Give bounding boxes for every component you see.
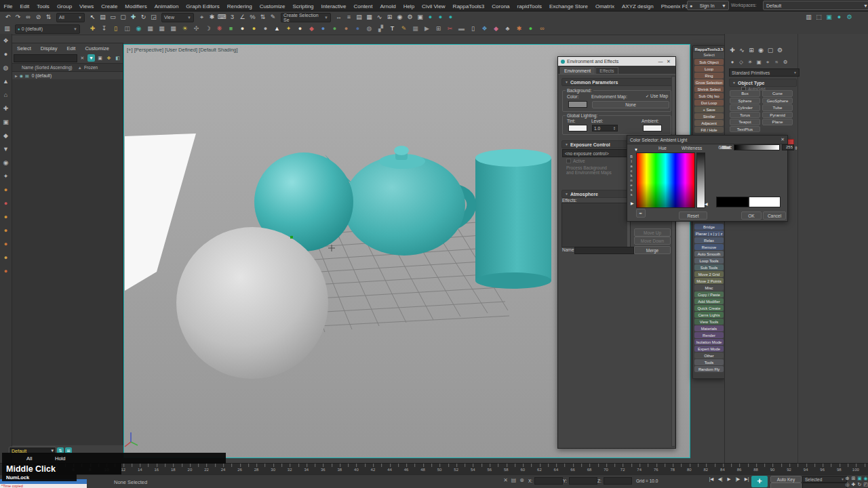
play-icon[interactable]: ▶ [725, 476, 733, 482]
frame-icon[interactable]: ▣ [0, 115, 12, 129]
explorer-list-body[interactable] [12, 79, 123, 445]
add-icon[interactable]: ✚ [0, 102, 12, 115]
dialog-title-bar[interactable]: Environment and Effects — ✕ [558, 57, 675, 66]
blue-gem-icon[interactable]: ❖ [480, 23, 489, 35]
exposure-active-checkbox[interactable]: Active [566, 159, 585, 163]
link-chain-icon[interactable]: ∞ [538, 23, 547, 35]
scissors-icon[interactable]: ✂ [446, 23, 454, 35]
cameras-category-icon[interactable]: ▣ [755, 58, 763, 66]
pink-gem-icon[interactable]: ◆ [492, 23, 500, 35]
red-ball-icon[interactable]: ● [0, 197, 12, 210]
isolate-selection-icon[interactable]: ✕ [502, 477, 509, 483]
add-selection-icon[interactable]: ✚ [105, 54, 113, 62]
systems-category-icon[interactable]: ⚙ [781, 58, 789, 66]
orange-ball-4-icon[interactable]: ● [0, 237, 12, 251]
whiteness-strip[interactable] [696, 152, 705, 208]
menu-item[interactable]: Group [53, 3, 75, 9]
orange-ball-1-icon[interactable]: ● [0, 183, 12, 197]
rappatools-button[interactable]: Misc [694, 285, 724, 291]
rappatools-button[interactable]: Ring [694, 73, 724, 79]
spark-icon[interactable]: ✦ [0, 169, 12, 183]
rappatools-button[interactable]: Adjacent [694, 120, 724, 126]
render-a-icon[interactable]: ▣ [824, 12, 834, 23]
rappatools-button[interactable]: Isolation Mode [694, 339, 724, 345]
menu-item[interactable]: AXYZ design [618, 3, 657, 9]
edit-named-sets-icon[interactable]: ✎ [268, 12, 278, 23]
previous-frame-icon[interactable]: ◀| [716, 476, 724, 482]
name-column-header[interactable]: Name (Sorted Ascending) [22, 65, 72, 70]
selection-filter-dropdown[interactable]: All▼ [56, 13, 85, 22]
channel-value[interactable]: 255 [782, 144, 794, 150]
green-sphere-icon[interactable]: ● [330, 23, 339, 35]
window-crossing-icon[interactable]: ▢ [118, 12, 128, 23]
rappatools-button[interactable]: Quick Create [694, 305, 724, 311]
explorer-layer-row[interactable]: ▶ ◉ ▤ 0 (default) [12, 72, 123, 79]
menu-item[interactable]: Omatrix [591, 3, 618, 9]
primitive-button[interactable]: Cone [762, 90, 793, 97]
menu-item[interactable]: Modifiers [121, 3, 151, 9]
fov-icon[interactable]: ◎ [844, 482, 850, 487]
viewport-config-icon[interactable]: ❖ [0, 34, 12, 47]
tab-effects[interactable]: Effects [595, 67, 618, 74]
display-toggle-icon[interactable]: ◉ [134, 23, 143, 35]
hue-blackness-palette[interactable] [636, 152, 695, 208]
modify-tab-icon[interactable]: ∿ [737, 46, 747, 55]
curve-editor-icon[interactable]: ∿ [374, 12, 384, 23]
y-coordinate-field[interactable] [569, 477, 597, 485]
rappatools-button[interactable]: Remove [694, 244, 724, 250]
grid-b-icon[interactable]: ▦ [157, 23, 166, 35]
rappatools-button[interactable]: Tools [694, 359, 724, 365]
snowflake-icon[interactable]: ❋ [215, 23, 224, 35]
grid-c-icon[interactable]: ▦ [169, 23, 178, 35]
paint-icon[interactable]: ✎ [399, 23, 408, 35]
primitive-button[interactable]: Box [730, 90, 760, 97]
rappatools-button[interactable]: Relax [694, 237, 724, 243]
selection-lock-icon[interactable]: ▤ [510, 477, 517, 483]
merge-button[interactable]: Merge [634, 246, 671, 254]
menu-item[interactable]: Scripting [289, 3, 317, 9]
orange-ball-3-icon[interactable]: ● [0, 224, 12, 237]
mirror-icon[interactable]: ↔ [334, 12, 344, 23]
yellow-sphere-icon[interactable]: ● [250, 23, 258, 35]
object-type-rollout[interactable]: ▼ Object Type [729, 79, 797, 87]
menu-item[interactable]: Help [399, 3, 418, 9]
rappatools-button[interactable]: Move 2 Points [694, 278, 724, 284]
page-icon[interactable]: ▯ [469, 23, 477, 35]
rappatools-button[interactable]: Loop [694, 66, 724, 72]
home-icon[interactable]: ⌂ [0, 88, 12, 102]
bind-to-space-warp-icon[interactable]: ⇅ [43, 12, 54, 23]
key-filters-dropdown[interactable] [802, 483, 847, 488]
orange-ball-2-icon[interactable]: ● [0, 210, 12, 224]
visibility-eye-icon[interactable]: ◉ [20, 73, 23, 78]
ambient-color-swatch[interactable] [643, 125, 662, 131]
reset-button[interactable]: Reset [679, 211, 707, 220]
rectangular-region-icon[interactable]: ▭ [108, 12, 118, 23]
moon-icon[interactable]: ☽ [203, 23, 212, 35]
whiteness-marker-icon[interactable]: ◀ [705, 201, 708, 206]
use-center-icon[interactable]: ⌖ [197, 12, 207, 23]
layer-manager-icon[interactable]: ▤ [354, 12, 364, 23]
tint-color-swatch[interactable] [568, 125, 587, 131]
background-color-swatch[interactable] [568, 101, 587, 108]
absolute-offset-icon[interactable]: ⊗ [518, 477, 526, 483]
explorer-menu-item[interactable]: Display [36, 45, 62, 52]
tree-icon[interactable]: ♣ [503, 23, 512, 35]
active-layer-dropdown[interactable]: ● 0 (default)▼ [15, 24, 80, 34]
effect-name-field[interactable] [574, 247, 634, 254]
globe-icon[interactable]: ◍ [365, 23, 374, 35]
go-to-end-icon[interactable]: ▶| [743, 476, 751, 482]
undo-icon[interactable]: ↶ [3, 12, 13, 23]
brown-sphere-icon[interactable]: ● [342, 23, 351, 35]
primitive-button[interactable]: GeoSphere [762, 98, 793, 104]
go-to-start-icon[interactable]: |◀ [707, 476, 715, 482]
menu-item[interactable]: Customize [256, 3, 289, 9]
lock-icon[interactable]: ▣ [96, 54, 104, 62]
next-frame-icon[interactable]: |▶ [734, 476, 742, 482]
gray-sphere-icon[interactable]: ● [261, 23, 270, 35]
expand-arrow-icon[interactable]: ▶ [15, 74, 18, 78]
red-diamond-icon[interactable]: ◆ [307, 23, 316, 35]
scene-explorer-toggle-icon[interactable]: ▥ [2, 23, 12, 35]
helpers-category-icon[interactable]: ⌖ [764, 58, 772, 66]
rappatools-button[interactable]: Materials [694, 325, 724, 331]
menu-item[interactable]: Interactive [317, 3, 350, 9]
